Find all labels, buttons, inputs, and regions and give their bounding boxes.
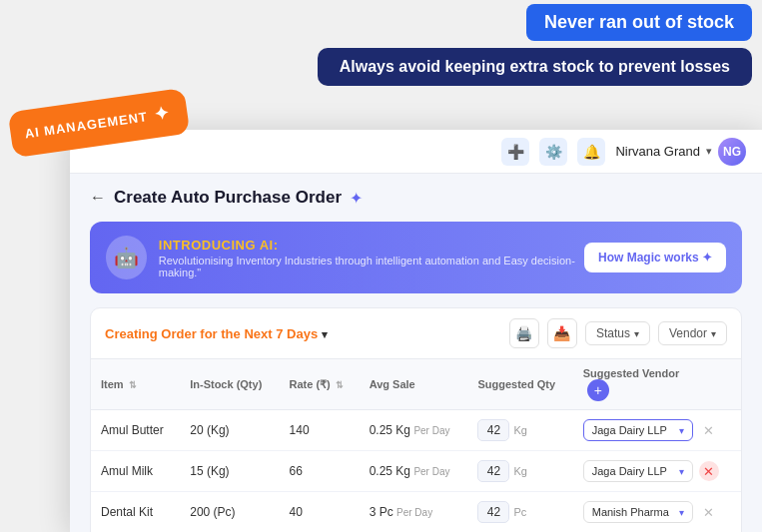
cell-in-stock: 15 (Kg) <box>180 451 279 492</box>
toolbar-right: 🖨️ 📥 Status ▾ Vendor ▾ <box>509 318 727 348</box>
page-title-row: ← Create Auto Purchase Order ✦ <box>90 188 742 208</box>
row-delete-button[interactable]: ✕ <box>699 420 719 440</box>
vendor-dropdown[interactable]: Manish Pharma ▾ <box>583 501 693 523</box>
add-vendor-button[interactable]: + <box>587 379 609 401</box>
banner-never-ran-out: Never ran out of stock <box>526 4 752 41</box>
vendor-caret: ▾ <box>679 507 684 518</box>
order-table-section: Creating Order for the Next 7 Days ▾ 🖨️ … <box>90 307 742 532</box>
cell-suggested-vendor: Jaga Dairy LLP ▾ ✕ <box>573 410 741 450</box>
plus-icon[interactable]: ➕ <box>501 138 529 166</box>
vendor-dropdown[interactable]: Jaga Dairy LLP ▾ <box>583 460 693 482</box>
bell-icon[interactable]: 🔔 <box>577 138 605 166</box>
cell-suggested-vendor: Jaga Dairy LLP ▾ ✕ <box>573 451 741 491</box>
vendor-name: Jaga Dairy LLP <box>592 465 667 477</box>
order-period-caret[interactable]: ▾ <box>322 328 328 340</box>
table-row: Amul Milk 15 (Kg) 66 0.25 Kg Per Day 42 … <box>91 451 741 492</box>
print-icon[interactable]: 🖨️ <box>509 318 539 348</box>
ai-banner-left: 🤖 INTRODUCING AI: Revolutionising Invent… <box>106 236 584 279</box>
cell-avg-sale: 0.25 Kg Per Day <box>360 451 468 492</box>
nav-bar: ➕ ⚙️ 🔔 Nirvana Grand ▾ NG <box>70 130 762 174</box>
avatar: NG <box>718 138 746 166</box>
cell-in-stock: 200 (Pc) <box>180 492 279 533</box>
cell-item: Amul Butter <box>91 410 180 451</box>
download-icon[interactable]: 📥 <box>547 318 577 348</box>
ai-banner-title: INTRODUCING AI: <box>159 238 584 253</box>
qty-unit: Kg <box>513 465 526 477</box>
cell-rate: 140 <box>280 410 360 451</box>
nav-username: Nirvana Grand <box>615 144 700 159</box>
cell-avg-sale: 0.25 Kg Per Day <box>360 410 468 451</box>
cell-suggested-qty: 42 Pc <box>467 492 572 533</box>
row-delete-button[interactable]: ✕ <box>699 502 719 522</box>
order-period: Creating Order for the Next 7 Days ▾ <box>105 326 328 341</box>
app-container: ➕ ⚙️ 🔔 Nirvana Grand ▾ NG ← Create Auto … <box>70 130 762 532</box>
nav-user-caret: ▾ <box>706 145 712 158</box>
cell-in-stock: 20 (Kg) <box>180 410 279 451</box>
table-row: Dental Kit 200 (Pc) 40 3 Pc Per Day 42 P… <box>91 492 741 533</box>
settings-icon[interactable]: ⚙️ <box>539 138 567 166</box>
col-suggested-qty: Suggested Qty <box>467 359 572 410</box>
ai-banner-text: INTRODUCING AI: Revolutionising Inventor… <box>159 238 584 278</box>
ai-banner-subtitle: Revolutionising Inventory Industries thr… <box>159 255 584 278</box>
cell-avg-sale: 3 Pc Per Day <box>360 492 468 533</box>
vendor-filter-caret: ▾ <box>711 328 716 339</box>
page-content: ← Create Auto Purchase Order ✦ 🤖 INTRODU… <box>70 174 762 532</box>
order-table: Item ⇅ In-Stock (Qty) Rate (₹) ⇅ Avg Sal… <box>91 359 741 532</box>
ai-badge-label: AI MANAGEMENT <box>24 109 149 141</box>
ai-robot-icon: 🤖 <box>106 236 147 279</box>
cell-suggested-qty: 42 Kg <box>467 451 572 492</box>
vendor-caret: ▾ <box>679 425 684 436</box>
banner-avoid-extra: Always avoid keeping extra stock to prev… <box>318 48 752 86</box>
qty-unit: Kg <box>513 424 526 436</box>
ai-intro-banner: 🤖 INTRODUCING AI: Revolutionising Invent… <box>90 222 742 293</box>
ai-badge-star: ✦ <box>152 102 171 126</box>
row-delete-button[interactable]: ✕ <box>699 461 719 481</box>
qty-unit: Pc <box>513 506 526 518</box>
qty-value[interactable]: 42 <box>477 460 509 482</box>
vendor-caret: ▾ <box>679 466 684 477</box>
table-toolbar: Creating Order for the Next 7 Days ▾ 🖨️ … <box>91 308 741 359</box>
cell-rate: 40 <box>280 492 360 533</box>
qty-value[interactable]: 42 <box>477 419 509 441</box>
status-filter-caret: ▾ <box>634 328 639 339</box>
cell-item: Dental Kit <box>91 492 180 533</box>
vendor-name: Jaga Dairy LLP <box>592 424 667 436</box>
cell-rate: 66 <box>280 451 360 492</box>
col-suggested-vendor: Suggested Vendor + <box>573 359 741 410</box>
table-header-row: Item ⇅ In-Stock (Qty) Rate (₹) ⇅ Avg Sal… <box>91 359 741 410</box>
col-rate: Rate (₹) ⇅ <box>280 359 360 410</box>
table-row: Amul Butter 20 (Kg) 140 0.25 Kg Per Day … <box>91 410 741 451</box>
how-magic-button[interactable]: How Magic works ✦ <box>584 243 726 272</box>
col-item: Item ⇅ <box>91 359 180 410</box>
vendor-name: Manish Pharma <box>592 506 669 518</box>
status-filter[interactable]: Status ▾ <box>585 321 650 345</box>
vendor-filter[interactable]: Vendor ▾ <box>658 321 727 345</box>
col-avg-sale: Avg Sale <box>360 359 468 410</box>
cell-item: Amul Milk <box>91 451 180 492</box>
page-title: Create Auto Purchase Order <box>114 188 342 208</box>
nav-user[interactable]: Nirvana Grand ▾ NG <box>615 138 746 166</box>
cell-suggested-vendor: Manish Pharma ▾ ✕ <box>573 492 741 532</box>
back-button[interactable]: ← <box>90 189 106 207</box>
col-in-stock: In-Stock (Qty) <box>180 359 279 410</box>
vendor-dropdown[interactable]: Jaga Dairy LLP ▾ <box>583 419 693 441</box>
cell-suggested-qty: 42 Kg <box>467 410 572 451</box>
page-title-plus-icon[interactable]: ✦ <box>350 189 363 208</box>
qty-value[interactable]: 42 <box>477 501 509 523</box>
